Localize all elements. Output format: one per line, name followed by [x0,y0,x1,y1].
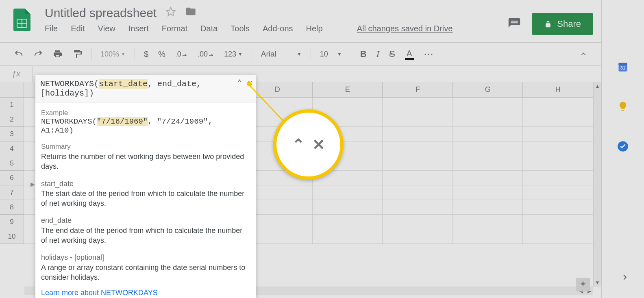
share-button[interactable]: Share [532,13,593,35]
cell[interactable] [313,200,383,215]
vertical-scrollbar[interactable]: ▲ ▼ [593,82,601,287]
increase-decimals[interactable]: .00 [194,48,218,61]
bold-button[interactable]: B [356,46,371,62]
star-icon[interactable] [165,6,176,20]
scroll-up-icon[interactable]: ▲ [594,82,601,90]
cell[interactable] [383,112,453,127]
cell[interactable] [383,127,453,141]
doc-title[interactable]: Untitled spreadsheet [45,6,157,20]
cell[interactable] [383,200,453,215]
font-size-dropdown[interactable]: 10 ▼ [316,48,346,61]
decrease-decimals[interactable]: .0 [171,48,192,61]
scroll-down-icon[interactable]: ▼ [594,278,601,287]
cell[interactable] [453,215,523,229]
more-formats-dropdown[interactable]: 123 ▼ [220,48,247,61]
calendar-icon[interactable]: 31 [617,61,629,72]
cell[interactable] [453,127,523,141]
param-end-date-head: end_date [41,215,250,225]
cell[interactable] [523,127,593,141]
keep-icon[interactable] [617,101,629,112]
cell[interactable] [523,156,593,171]
tasks-icon[interactable] [617,141,629,152]
move-folder-icon[interactable] [185,6,196,20]
row-header[interactable]: 1 [0,98,24,112]
cell[interactable] [523,141,593,156]
cell[interactable] [383,141,453,156]
cell[interactable] [453,200,523,215]
print-icon[interactable] [49,47,67,61]
param-holidays-head: holidays - [optional] [41,252,250,262]
cell[interactable] [313,98,383,112]
row-header[interactable]: 9 [0,215,24,229]
cell[interactable] [313,215,383,229]
cell[interactable] [453,98,523,112]
cell[interactable] [523,200,593,215]
menu-edit[interactable]: Edit [71,24,85,33]
undo-icon[interactable] [10,47,28,61]
menu-view[interactable]: View [98,24,115,33]
column-header[interactable]: E [313,82,383,98]
learn-more-link[interactable]: Learn more about NETWORKDAYS [41,289,158,297]
toolbar: 100% ▼ $ % .0 .00 123 ▼ Arial▼ 10 ▼ B I … [0,42,601,66]
menu-tools[interactable]: Tools [231,24,250,33]
menu-format[interactable]: Format [162,24,187,33]
row-header[interactable]: 3 [0,127,24,141]
row-header[interactable]: 6 [0,171,24,185]
cell[interactable] [383,98,453,112]
menu-insert[interactable]: Insert [128,24,149,33]
param-end-date-text: The end date of the period from which to… [41,226,250,246]
explore-button[interactable] [576,278,590,291]
cell[interactable] [453,112,523,127]
cell[interactable] [313,229,383,244]
cell[interactable] [523,98,593,112]
cell[interactable] [453,171,523,185]
cell[interactable] [453,141,523,156]
strike-button[interactable]: S [385,46,399,62]
cell[interactable] [523,185,593,200]
cell[interactable] [383,185,453,200]
text-color-button[interactable]: A [401,46,418,62]
row-header[interactable]: 8 [0,200,24,215]
sheets-logo-icon[interactable] [11,6,33,34]
menu-data[interactable]: Data [200,24,218,33]
italic-button[interactable]: I [372,46,383,62]
cell[interactable] [523,229,593,244]
cell[interactable] [453,185,523,200]
help-collapse-icon[interactable]: ⌃ [237,78,242,88]
param-start-date-head: start_date [41,179,250,189]
cell[interactable] [523,171,593,185]
toolbar-more[interactable]: ⋯ [420,46,438,62]
comments-icon[interactable] [507,17,521,31]
column-header[interactable]: H [523,82,593,98]
paint-format-icon[interactable] [68,47,86,61]
menu-help[interactable]: Help [306,24,323,33]
column-header[interactable]: F [383,82,453,98]
select-all-corner[interactable] [0,82,24,98]
row-header[interactable]: 4 [0,141,24,156]
row-header[interactable]: 5 [0,156,24,171]
format-currency[interactable]: $ [140,47,152,61]
font-dropdown[interactable]: Arial▼ [257,47,306,61]
redo-icon[interactable] [29,47,47,61]
collapse-toolbar-icon[interactable] [575,48,592,61]
zoom-dropdown[interactable]: 100% ▼ [96,48,130,61]
cell[interactable] [523,215,593,229]
cell[interactable] [523,112,593,127]
menu-file[interactable]: File [45,24,58,33]
cell[interactable] [453,229,523,244]
hide-side-panel-icon[interactable] [620,273,629,283]
row-header[interactable]: 10 [0,229,24,244]
callout-magnifier: ⌃ ✕ [273,109,344,180]
row-header[interactable]: 2 [0,112,24,127]
cell[interactable] [313,185,383,200]
cell[interactable] [383,156,453,171]
column-header[interactable]: G [453,82,523,98]
menu-addons[interactable]: Add-ons [263,24,293,33]
cell[interactable] [383,171,453,185]
cell[interactable] [383,229,453,244]
format-percent[interactable]: % [154,47,170,61]
cell[interactable] [453,156,523,171]
cell[interactable] [383,215,453,229]
row-header[interactable]: 7 [0,185,24,200]
save-status[interactable]: All changes saved in Drive [357,24,453,33]
